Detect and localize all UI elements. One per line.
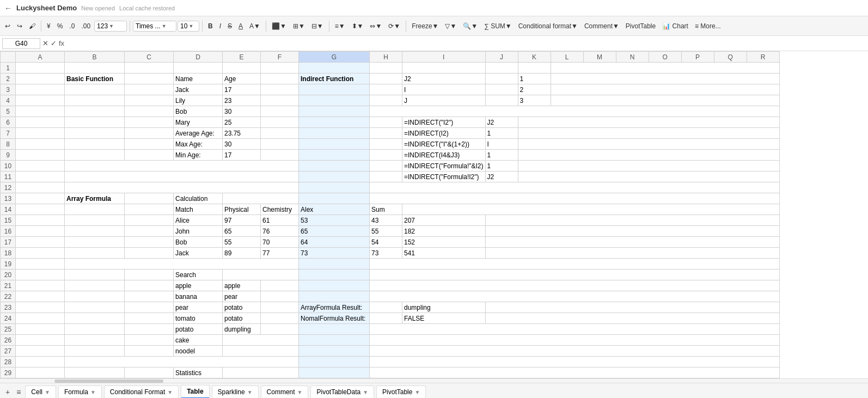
cell-rest-8[interactable] (518, 139, 779, 150)
cell-i24[interactable]: FALSE (402, 313, 486, 324)
cell-j9[interactable]: 1 (485, 150, 518, 161)
cell-g11[interactable] (299, 172, 370, 182)
cell-c5[interactable] (125, 106, 174, 117)
tab-table[interactable]: Table (181, 385, 209, 398)
col-header-k[interactable]: K (518, 52, 551, 63)
cell-g12[interactable] (299, 182, 370, 193)
cell-g28[interactable] (299, 357, 370, 368)
cell-g20[interactable] (299, 270, 370, 280)
tab-conditional-format[interactable]: Conditional Format ▼ (104, 385, 179, 398)
cell-g22[interactable] (299, 291, 370, 302)
strikethrough-button[interactable]: S (225, 21, 235, 32)
cell-a18[interactable] (16, 248, 65, 259)
cell-f25[interactable] (261, 324, 299, 335)
cell-g4[interactable] (299, 95, 370, 106)
cell-f2[interactable] (261, 74, 299, 84)
percent-button[interactable]: % (54, 21, 66, 32)
decimal0-button[interactable]: .0 (66, 21, 77, 32)
cell-rest-1[interactable] (551, 63, 779, 74)
col-header-q[interactable]: Q (714, 52, 747, 63)
font-family-dropdown[interactable]: Times ... ▼ (133, 21, 176, 32)
cell-e6[interactable]: 25 (223, 117, 261, 128)
col-header-l[interactable]: L (551, 52, 583, 63)
cell-h18[interactable]: 73 (370, 248, 402, 259)
cell-a9[interactable] (16, 150, 65, 161)
col-header-o[interactable]: O (649, 52, 681, 63)
cell-h10[interactable] (370, 161, 402, 172)
cell-rest-16[interactable] (485, 226, 779, 237)
cell-rest-26[interactable] (370, 335, 780, 346)
cell-g1[interactable] (299, 63, 370, 74)
pivot-table-button[interactable]: PivotTable (623, 21, 658, 32)
cell-d14[interactable]: Match (174, 204, 223, 215)
col-header-h[interactable]: H (370, 52, 402, 63)
cell-e16[interactable]: 65 (223, 226, 261, 237)
cell-d3[interactable]: Jack (174, 84, 223, 95)
cell-ef29[interactable] (223, 368, 299, 378)
cell-f6[interactable] (261, 117, 299, 128)
cell-e18[interactable]: 89 (223, 248, 261, 259)
formula-input[interactable] (66, 39, 866, 48)
fill-color-button[interactable]: ⬛▼ (269, 21, 289, 32)
filter-button[interactable]: ▽▼ (442, 21, 459, 32)
cell-i7[interactable]: =INDIRECT(I2) (402, 128, 486, 139)
cell-h8[interactable] (370, 139, 402, 150)
cell-g13[interactable] (299, 193, 370, 204)
cell-rest-3[interactable] (551, 84, 779, 95)
cell-i16[interactable]: 182 (402, 226, 486, 237)
cell-j2[interactable] (485, 74, 518, 84)
cell-e1[interactable] (223, 63, 261, 74)
cell-ef13[interactable] (223, 193, 299, 204)
cell-c23[interactable] (125, 302, 174, 313)
cell-d29[interactable]: Statistics (174, 368, 223, 378)
sum-button[interactable]: ∑ SUM▼ (481, 21, 514, 32)
more-button[interactable]: ≡ More... (692, 21, 724, 32)
cell-a5[interactable] (16, 106, 65, 117)
font-size-dropdown[interactable]: 10 ▼ (178, 21, 199, 32)
cell-d2[interactable]: Name (174, 74, 223, 84)
cell-b22[interactable] (65, 291, 125, 302)
cell-ef26[interactable] (223, 335, 299, 346)
cell-d5[interactable]: Bob (174, 106, 223, 117)
cell-rest-4[interactable] (551, 95, 779, 106)
cell-i10[interactable]: =INDIRECT("Formula!"&I2) (402, 161, 486, 172)
cell-e24[interactable]: potato (223, 313, 261, 324)
cell-h4[interactable] (370, 95, 402, 106)
cell-b8[interactable] (65, 139, 125, 150)
col-header-f[interactable]: F (261, 52, 299, 63)
cell-g27[interactable] (299, 346, 370, 357)
cell-f15[interactable]: 61 (261, 215, 299, 226)
cell-a11[interactable] (16, 172, 65, 182)
cell-bc10[interactable] (65, 161, 299, 172)
cell-b7[interactable] (65, 128, 125, 139)
cell-e5[interactable]: 30 (223, 106, 261, 117)
cell-g9[interactable] (299, 150, 370, 161)
cell-f14[interactable]: Chemistry (261, 204, 299, 215)
cell-a19[interactable] (16, 259, 65, 270)
cell-d4[interactable]: Lily (174, 95, 223, 106)
cell-e8[interactable]: 30 (223, 139, 261, 150)
font-color-button[interactable]: A▼ (247, 21, 263, 32)
cell-i23[interactable]: dumpling (402, 302, 486, 313)
cell-a7[interactable] (16, 128, 65, 139)
cell-a15[interactable] (16, 215, 65, 226)
comment-button[interactable]: Comment▼ (582, 21, 622, 32)
cell-a3[interactable] (16, 84, 65, 95)
decimal2-button[interactable]: .00 (78, 21, 93, 32)
cell-j4[interactable] (485, 95, 518, 106)
cell-g3[interactable] (299, 84, 370, 95)
search-button[interactable]: 🔍▼ (460, 21, 480, 32)
cell-a1[interactable] (16, 63, 65, 74)
cell-d6[interactable]: Mary (174, 117, 223, 128)
cell-a8[interactable] (16, 139, 65, 150)
cell-d7[interactable]: Average Age: (174, 128, 223, 139)
underline-button[interactable]: A (236, 21, 246, 32)
cell-rest-17[interactable] (485, 237, 779, 248)
cell-rest-20[interactable] (370, 270, 780, 280)
cell-g2[interactable]: Indirect Function (299, 74, 370, 84)
cell-e9[interactable]: 17 (223, 150, 261, 161)
cell-ref-input[interactable] (2, 38, 40, 49)
cell-a4[interactable] (16, 95, 65, 106)
cell-h11[interactable] (370, 172, 402, 182)
cell-g5[interactable] (299, 106, 370, 117)
